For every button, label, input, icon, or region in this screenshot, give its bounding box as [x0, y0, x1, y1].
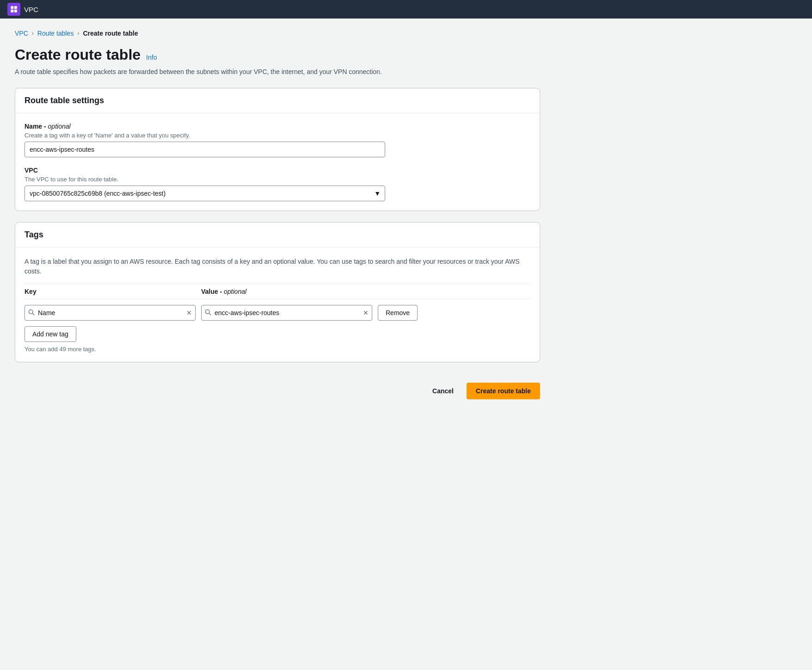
info-link[interactable]: Info — [146, 54, 157, 61]
vpc-logo-icon — [7, 3, 20, 16]
tags-body: A tag is a label that you assign to an A… — [15, 248, 540, 362]
clear-key-icon[interactable]: ✕ — [186, 309, 192, 316]
value-col-label: Value - optional — [201, 288, 246, 295]
page-header: Create route table Info A route table sp… — [15, 46, 540, 77]
tags-limit-hint: You can add 49 more tags. — [25, 346, 530, 353]
tags-col-key-header: Key — [25, 288, 196, 295]
breadcrumb-current: Create route table — [83, 30, 138, 37]
route-table-settings-panel: Route table settings Name - optional Cre… — [15, 88, 540, 211]
tag-key-input[interactable] — [25, 305, 196, 321]
key-col-label: Key — [25, 288, 37, 295]
vpc-select-container: vpc-08500765c825c69b8 (encc-aws-ipsec-te… — [25, 186, 385, 201]
route-table-settings-body: Name - optional Create a tag with a key … — [15, 113, 540, 211]
vpc-select[interactable]: vpc-08500765c825c69b8 (encc-aws-ipsec-te… — [25, 186, 385, 201]
page-title: Create route table — [15, 46, 141, 63]
tag-value-wrapper: ✕ — [201, 305, 372, 321]
name-hint: Create a tag with a key of 'Name' and a … — [25, 132, 530, 139]
tags-title: Tags — [25, 230, 43, 239]
svg-rect-1 — [14, 6, 17, 9]
create-route-table-button[interactable]: Create route table — [467, 383, 540, 399]
name-input[interactable] — [25, 142, 385, 157]
tags-table-header: Key Value - optional — [25, 284, 530, 299]
route-table-settings-header: Route table settings — [15, 88, 540, 113]
svg-rect-0 — [11, 6, 13, 9]
vpc-hint: The VPC to use for this route table. — [25, 176, 530, 183]
tags-header: Tags — [15, 223, 540, 248]
breadcrumb-route-tables-link[interactable]: Route tables — [37, 30, 74, 37]
breadcrumb-separator-2: › — [77, 30, 79, 37]
vpc-field-group: VPC The VPC to use for this route table.… — [25, 167, 530, 201]
breadcrumb-separator-1: › — [32, 30, 34, 37]
breadcrumb-vpc-link[interactable]: VPC — [15, 30, 28, 37]
route-table-settings-title: Route table settings — [25, 96, 104, 105]
tags-description: A tag is a label that you assign to an A… — [25, 257, 530, 276]
top-nav: VPC — [0, 0, 812, 19]
vpc-label: VPC — [25, 167, 530, 174]
add-new-tag-button[interactable]: Add new tag — [25, 326, 76, 342]
name-field-group: Name - optional Create a tag with a key … — [25, 123, 530, 157]
page-description: A route table specifies how packets are … — [15, 67, 385, 77]
name-label: Name - optional — [25, 123, 530, 130]
tags-col-value-header: Value - optional — [201, 288, 530, 295]
remove-tag-button[interactable]: Remove — [378, 305, 418, 321]
clear-value-icon[interactable]: ✕ — [363, 309, 369, 316]
main-content: VPC › Route tables › Create route table … — [0, 19, 555, 420]
footer-actions: Cancel Create route table — [15, 373, 540, 409]
tag-key-wrapper: ✕ — [25, 305, 196, 321]
svg-rect-3 — [14, 10, 17, 12]
tag-value-input[interactable] — [201, 305, 372, 321]
tag-row: ✕ ✕ Remove — [25, 305, 530, 321]
svg-rect-2 — [11, 10, 13, 12]
nav-title: VPC — [24, 6, 38, 13]
page-title-row: Create route table Info — [15, 46, 540, 63]
tags-panel: Tags A tag is a label that you assign to… — [15, 222, 540, 362]
cancel-button[interactable]: Cancel — [425, 383, 461, 399]
breadcrumb: VPC › Route tables › Create route table — [15, 30, 540, 37]
